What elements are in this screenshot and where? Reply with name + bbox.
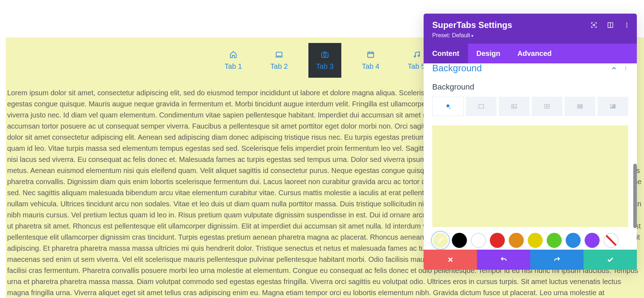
tab-label: Tab 3	[316, 62, 334, 71]
svg-point-10	[626, 27, 628, 28]
swatch-purple[interactable]	[585, 233, 600, 248]
section-more-icon[interactable]	[623, 66, 628, 73]
panel-tabs: Content Design Advanced	[424, 44, 637, 63]
tab-design[interactable]: Design	[468, 44, 509, 63]
svg-point-12	[625, 68, 626, 69]
bg-type-mask[interactable]	[597, 97, 628, 116]
eyedropper-swatch[interactable]	[433, 233, 448, 248]
bg-type-row	[432, 97, 628, 116]
color-preview[interactable]	[432, 125, 628, 227]
undo-button[interactable]	[477, 250, 530, 270]
svg-rect-3	[368, 52, 374, 57]
svg-point-13	[625, 69, 626, 70]
swatch-blue[interactable]	[566, 233, 581, 248]
svg-point-14	[449, 108, 450, 109]
settings-panel: SuperTabs Settings Preset: Default Conte…	[424, 14, 637, 270]
tab-advanced[interactable]: Advanced	[509, 44, 560, 63]
swatch-orange[interactable]	[509, 233, 524, 248]
panel-header: SuperTabs Settings Preset: Default	[424, 14, 637, 44]
tab-label: Tab 1	[225, 62, 242, 71]
layout-icon[interactable]	[607, 21, 614, 29]
scrollbar-thumb[interactable]	[633, 164, 637, 228]
bg-type-gradient[interactable]	[466, 97, 497, 116]
swatch-row	[432, 227, 628, 250]
camera-icon	[321, 50, 329, 59]
home-icon	[229, 50, 238, 59]
laptop-icon	[275, 50, 283, 59]
svg-rect-0	[276, 52, 282, 56]
bg-type-image[interactable]	[499, 97, 530, 116]
bg-type-color[interactable]	[432, 97, 464, 116]
calendar-icon	[366, 50, 375, 59]
tab-label: Tab 4	[362, 62, 380, 71]
svg-rect-6	[593, 24, 595, 26]
tab-1[interactable]: Tab 1	[217, 43, 250, 78]
svg-point-2	[323, 54, 326, 56]
swatch-red[interactable]	[490, 233, 505, 248]
cancel-button[interactable]	[424, 250, 477, 270]
svg-point-8	[626, 23, 628, 24]
svg-point-5	[418, 55, 420, 56]
panel-body: Background Background	[424, 63, 637, 250]
bg-type-video[interactable]	[532, 97, 562, 116]
svg-rect-15	[479, 105, 484, 109]
music-icon	[412, 50, 421, 59]
save-button[interactable]	[584, 250, 637, 270]
more-icon[interactable]	[623, 21, 630, 29]
focus-icon[interactable]	[590, 21, 597, 29]
tab-3[interactable]: Tab 3	[308, 43, 341, 78]
collapse-icon[interactable]	[611, 66, 617, 73]
svg-point-9	[626, 25, 628, 26]
section-heading[interactable]: Background	[432, 63, 482, 74]
swatch-black[interactable]	[452, 233, 467, 248]
tab-label: Tab 5	[408, 62, 425, 71]
svg-point-11	[625, 67, 626, 67]
tab-label: Tab 2	[270, 62, 288, 71]
svg-point-4	[414, 56, 416, 57]
panel-footer	[424, 250, 637, 270]
preset-selector[interactable]: Preset: Default	[432, 32, 628, 39]
swatch-green[interactable]	[547, 233, 562, 248]
redo-button[interactable]	[530, 250, 584, 270]
tab-2[interactable]: Tab 2	[263, 43, 296, 78]
swatch-yellow[interactable]	[528, 233, 543, 248]
tab-4[interactable]: Tab 4	[354, 43, 387, 78]
background-label: Background	[432, 82, 628, 92]
swatch-white[interactable]	[471, 233, 486, 248]
swatch-none[interactable]	[604, 233, 619, 248]
bg-type-pattern[interactable]	[565, 97, 595, 116]
tab-content[interactable]: Content	[424, 44, 468, 63]
